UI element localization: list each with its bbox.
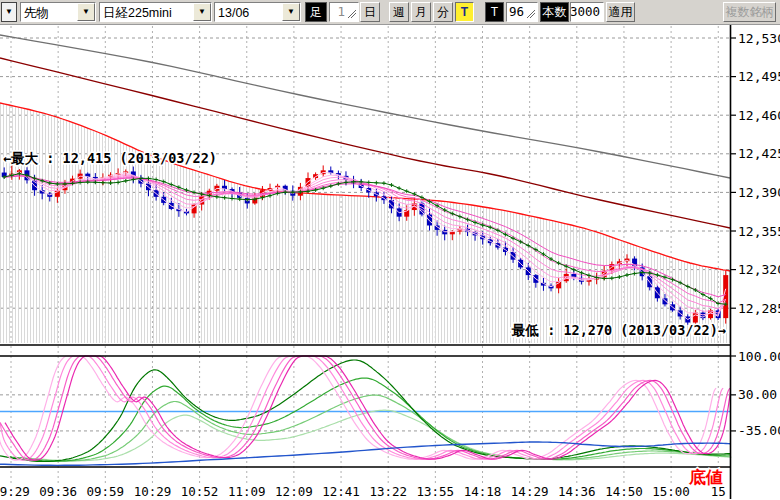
price-axis-label: 12,320 [738,262,780,277]
time-axis-label: 14:50 [605,484,643,499]
annotation-text: ←最大 : 12,415 (2013/03/22) [3,150,217,166]
oscillator-axis-label: 30.00 [738,387,777,402]
interval-value: 1 [337,3,347,21]
trading-app-window: { "toolbar": { "nav_dropdown": "▼", "cat… [0,0,780,500]
category-value: 先物 [21,3,77,21]
period-month-button[interactable]: 月 [411,2,431,22]
multi-symbol-button[interactable]: 複数銘柄 [723,2,776,22]
category-combobox[interactable]: 先物 ▼ [20,2,96,22]
envelope-hatch-region [0,103,730,343]
apply-button[interactable]: 適用 [606,2,635,22]
time-axis-label: 12:41 [322,484,360,499]
tick-count-spinner[interactable]: 96 [506,2,538,22]
time-axis-label: 14:18 [464,484,502,499]
period-week-button[interactable]: 週 [389,2,409,22]
tick-count-value: 96 [509,3,526,21]
spinner-grip-icon[interactable] [347,6,357,19]
price-axis-label: 12,425 [738,146,780,161]
contract-month-combobox[interactable]: 13/06 ▼ [214,2,301,22]
price-axis-label: 12,495 [738,69,780,84]
symbol-value: 日経225mini [100,3,193,21]
oscillator-axis-label: -35.00 [738,423,780,438]
time-axis-label: 09:59 [86,484,124,499]
chevron-down-icon[interactable]: ▼ [77,3,95,21]
period-minute-button[interactable]: 分 [433,2,453,22]
tick-count-label: T [485,2,504,22]
contract-month-value: 13/06 [215,3,282,21]
time-axis-label: 12:09 [275,484,313,499]
time-axis-label: 11:09 [228,484,266,499]
price-chart-canvas[interactable]: ←最大 : 12,415 (2013/03/22)最低 : 12,270 (20… [0,25,780,500]
time-axis-label: 13:55 [417,484,455,499]
symbol-combobox[interactable]: 日経225mini ▼ [99,2,212,22]
bar-count-spinner[interactable]: 3000 [570,2,604,22]
price-axis-label: 12,285 [738,301,780,316]
interval-spinner[interactable]: 1 [329,2,359,22]
time-axis-labels: 09:2909:3609:5910:2910:5211:0912:0912:41… [0,484,726,499]
time-axis-label: 09:36 [39,484,77,499]
time-axis-label: 09:29 [0,484,30,499]
oscillator-panel: 底値 [0,345,731,487]
nav-dropdown-button[interactable]: ▼ [1,2,17,22]
bar-count-value: 3000 [570,3,602,21]
chart-area[interactable]: ←最大 : 12,415 (2013/03/22)最低 : 12,270 (20… [0,25,780,500]
time-axis-label: 13:22 [369,484,407,499]
time-axis-label: 15:00 [652,484,690,499]
time-axis-label: 15 [711,484,726,499]
time-axis-label: 10:52 [181,484,219,499]
bar-count-label: 本数 [540,2,569,22]
price-axis-label: 12,460 [738,108,780,123]
chevron-down-icon[interactable]: ▼ [282,3,300,21]
ashi-label: 足 [305,2,327,22]
annotation-text: 最低 : 12,270 (2013/03/22)→ [511,322,726,338]
chevron-down-icon[interactable]: ▼ [193,3,211,21]
period-day-button[interactable]: 日 [360,2,380,22]
price-axis-label: 12,530 [738,31,780,46]
period-tick-button[interactable]: T [455,2,474,22]
price-axis-label: 12,390 [738,185,780,200]
time-axis-label: 14:29 [511,484,549,499]
price-axis-label: 12,355 [738,224,780,239]
spinner-grip-icon[interactable] [526,6,536,19]
oscillator-axis-label: 100.00 [738,349,780,364]
toolbar: ▼ 先物 ▼ 日経225mini ▼ 13/06 ▼ 足 1 日 週 月 分 T… [0,0,780,25]
time-axis-label: 10:29 [134,484,172,499]
time-axis-label: 14:36 [558,484,596,499]
